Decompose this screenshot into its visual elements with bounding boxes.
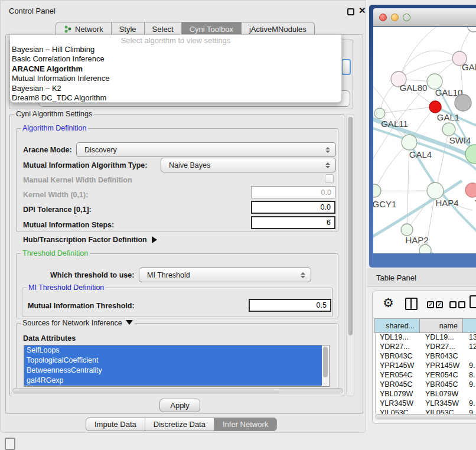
aracne-mode-value: Discovery	[84, 146, 117, 154]
attribute-item[interactable]: BetweennessCentrality	[24, 366, 322, 376]
minimized-panel-icon[interactable]	[5, 438, 15, 450]
table-row[interactable]: YIL053CYIL053C9	[376, 409, 476, 414]
table-row[interactable]: YBR043CYBR043C	[376, 352, 476, 361]
manual-kernel-checkbox[interactable]	[325, 174, 334, 183]
table-row[interactable]: YER054CYER054C8.	[376, 371, 476, 380]
table-row[interactable]: YPR145WYPR145W9.	[376, 361, 476, 371]
table-row[interactable]: YBL079WYBL079W	[376, 390, 476, 399]
table-horizontal-scrollbar[interactable]	[375, 414, 476, 420]
deselect-all-checks-icon[interactable]	[449, 301, 465, 308]
attribute-item[interactable]: TopologicalCoefficient	[24, 356, 322, 366]
table-row[interactable]: YDR27...YDR27...12	[376, 343, 476, 352]
network-window-titlebar[interactable]	[373, 8, 476, 27]
kernel-width-field[interactable]	[251, 186, 335, 198]
algorithm-option[interactable]: ARACNE Algorithm	[10, 64, 341, 74]
column-header[interactable]: shared...	[374, 318, 420, 333]
algorithm-option[interactable]: Basic Correlation Inference	[10, 54, 341, 64]
network-node-gal11[interactable]	[374, 108, 385, 119]
node-label-hap2: HAP2	[405, 235, 428, 245]
data-attributes-list[interactable]: SelfLoopsTopologicalCoefficientBetweenne…	[24, 345, 330, 387]
column-header[interactable]: name	[419, 318, 463, 333]
table-cell: YDL19...	[421, 333, 465, 343]
node-label-hap4: HAP4	[435, 198, 458, 208]
aracne-mode-select[interactable]: Discovery	[76, 142, 336, 157]
table-row[interactable]: YLR345WYLR345W9.	[376, 399, 476, 409]
algorithm-option[interactable]: Mutual Information Inference	[10, 74, 341, 83]
manual-kernel-label: Manual Kernel Width Definition	[23, 176, 132, 184]
which-threshold-label: Which threshold to use:	[50, 271, 134, 279]
network-view-window: GALGAL80GAL10GAL1GAL11SWI4GAL4GCY1HAP4YH…	[369, 5, 476, 268]
network-node-top-white[interactable]	[467, 27, 476, 32]
algorithm-placeholder: Select algorithm to view settings	[10, 36, 341, 45]
network-node-gal1[interactable]	[429, 101, 441, 113]
settings-horizontal-scrollbar[interactable]	[12, 388, 343, 394]
network-node-salmon-node[interactable]	[465, 183, 476, 197]
table-panel-title: Table Panel	[376, 273, 416, 282]
scrollbar-thumb[interactable]	[348, 117, 353, 335]
network-node-bottom-green[interactable]	[419, 244, 431, 253]
focused-combo-fragment[interactable]	[341, 59, 351, 75]
hub-definition-toggle[interactable]: Hub/Transcription Factor Definition	[23, 236, 157, 244]
columns-icon[interactable]	[405, 298, 418, 310]
table-cell: YER054C	[421, 371, 465, 380]
table-row[interactable]: YDL19...YDL19...13	[376, 333, 476, 343]
gear-icon[interactable]: ⚙	[383, 296, 394, 310]
table-cell: 8.	[465, 371, 476, 380]
network-node-gal4[interactable]	[402, 135, 417, 150]
table-cell: YDR27...	[376, 343, 421, 352]
mi-steps-field[interactable]	[251, 216, 335, 229]
minimize-window-icon[interactable]	[391, 14, 399, 21]
sources-title[interactable]: Sources for Network Inference	[21, 319, 135, 327]
node-label-swi4: SWI4	[449, 135, 471, 145]
network-canvas[interactable]: GALGAL80GAL10GAL1GAL11SWI4GAL4GCY1HAP4YH…	[373, 27, 476, 253]
data-attributes-label: Data Attributes	[23, 334, 76, 343]
algorithm-dropdown-popup: Select algorithm to view settings Bayesi…	[9, 34, 342, 103]
table-cell	[465, 352, 476, 361]
threshold-definition-title: Threshold Definition	[21, 249, 90, 257]
table-cell: 9	[465, 409, 476, 414]
network-node-hap2[interactable]	[401, 224, 413, 236]
mi-type-select[interactable]: Naive Bayes	[161, 158, 336, 172]
network-node-gray-node[interactable]	[455, 94, 471, 111]
apply-button[interactable]: Apply	[159, 399, 200, 412]
algorithm-option[interactable]: Bayesian – K2	[10, 84, 341, 93]
network-node-swi4[interactable]	[442, 123, 455, 136]
settings-vertical-scrollbar[interactable]	[346, 114, 354, 396]
float-panel-icon[interactable]	[347, 8, 354, 15]
attributes-scrollbar[interactable]	[322, 345, 329, 386]
network-node-gcy1[interactable]	[373, 184, 381, 197]
attribute-item[interactable]: gal4RGexp	[24, 376, 322, 386]
table-cell: 9.	[465, 380, 476, 390]
algorithm-option[interactable]: Bayesian – Hill Climbing	[10, 45, 341, 54]
which-threshold-value: MI Threshold	[147, 271, 190, 279]
table-row[interactable]: YBR045CYBR045C9.	[376, 380, 476, 390]
dpi-tolerance-field[interactable]	[251, 201, 335, 214]
scrollbar-thumb[interactable]	[14, 389, 279, 393]
network-node-hap4[interactable]	[427, 182, 444, 199]
bottom-tab-impute-data[interactable]: Impute Data	[86, 418, 145, 431]
zoom-window-icon[interactable]	[403, 14, 410, 21]
bottom-tab-infer-network[interactable]: Infer Network	[214, 418, 277, 431]
algorithm-definition-title: Algorithm Definition	[21, 124, 88, 132]
panel-title: Control Panel	[9, 6, 56, 15]
column-header[interactable]	[462, 318, 476, 333]
table-rows: YDL19...YDL19...13YDR27...YDR27...12YBR0…	[375, 333, 476, 414]
node-label-gal4: GAL4	[409, 149, 432, 159]
collapsed-arrow-icon	[152, 236, 157, 243]
node-label-gcy1: GCY1	[373, 199, 396, 209]
table-cell: YPR145W	[376, 361, 421, 371]
bottom-tab-discretize-data[interactable]: Discretize Data	[145, 418, 214, 431]
close-panel-icon[interactable]: ✕	[358, 5, 366, 16]
attribute-item[interactable]: SelfLoops	[24, 345, 322, 356]
algorithm-option[interactable]: Dream8 DC_TDC Algorithm	[10, 93, 341, 103]
table-header-row: shared...name	[375, 318, 476, 333]
select-all-checks-icon[interactable]: ✓✓	[427, 301, 443, 308]
document-icon[interactable]	[470, 295, 476, 308]
mi-threshold-field[interactable]	[249, 299, 331, 312]
scrollbar-thumb[interactable]	[376, 415, 476, 419]
table-cell: 13	[465, 333, 476, 343]
table-toolbar: ⚙ ✓✓	[373, 291, 476, 318]
which-threshold-select[interactable]: MI Threshold	[139, 268, 311, 282]
table-cell: YER054C	[376, 371, 421, 380]
close-window-icon[interactable]	[379, 14, 387, 21]
